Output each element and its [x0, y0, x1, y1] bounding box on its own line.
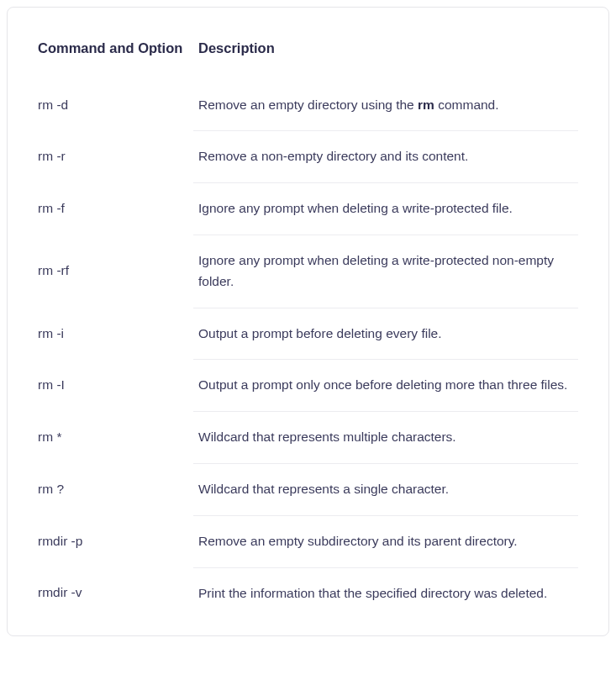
command-cell: rm -f [38, 183, 193, 235]
command-table: Command and Option Description rm -dRemo… [38, 38, 578, 619]
description-cell: Output a prompt before deleting every fi… [193, 308, 578, 360]
table-header-row: Command and Option Description [38, 38, 578, 80]
description-text: Remove an empty subdirectory and its par… [198, 534, 518, 548]
table-row: rm *Wildcard that represents multiple ch… [38, 412, 578, 464]
table-row: rm -fIgnore any prompt when deleting a w… [38, 183, 578, 235]
header-description: Description [193, 38, 578, 80]
command-cell: rm -i [38, 308, 193, 360]
description-cell: Output a prompt only once before deletin… [193, 360, 578, 412]
header-command: Command and Option [38, 38, 193, 80]
command-cell: rm -d [38, 80, 193, 131]
description-text: Wildcard that represents a single charac… [198, 482, 449, 496]
description-text: Remove a non-empty directory and its con… [198, 149, 468, 163]
description-text: Print the information that the specified… [198, 586, 547, 600]
description-text: Output a prompt only once before deletin… [198, 377, 567, 392]
command-cell: rm * [38, 412, 193, 464]
command-cell: rm ? [38, 463, 193, 515]
description-cell: Remove an empty subdirectory and its par… [193, 515, 578, 567]
description-cell: Wildcard that represents a single charac… [193, 463, 578, 515]
description-cell: Print the information that the specified… [193, 567, 578, 619]
description-bold: rm [418, 98, 434, 112]
command-cell: rmdir -v [38, 567, 193, 619]
table-row: rm ?Wildcard that represents a single ch… [38, 463, 578, 515]
command-cell: rm -rf [38, 235, 193, 308]
table-row: rm -iOutput a prompt before deleting eve… [38, 308, 578, 360]
description-cell: Ignore any prompt when deleting a write-… [193, 183, 578, 235]
table-row: rmdir -pRemove an empty subdirectory and… [38, 515, 578, 567]
description-text-post: command. [434, 98, 499, 112]
description-text: Output a prompt before deleting every fi… [198, 326, 442, 340]
description-text: Ignore any prompt when deleting a write-… [198, 201, 513, 215]
description-cell: Ignore any prompt when deleting a write-… [193, 235, 578, 308]
table-row: rm -rfIgnore any prompt when deleting a … [38, 235, 578, 308]
description-text: Wildcard that represents multiple charac… [198, 430, 456, 444]
command-table-card: Command and Option Description rm -dRemo… [7, 7, 609, 636]
table-row: rm -dRemove an empty directory using the… [38, 80, 578, 131]
description-cell: Remove an empty directory using the rm c… [193, 80, 578, 131]
command-cell: rmdir -p [38, 515, 193, 567]
description-text: Ignore any prompt when deleting a write-… [198, 253, 554, 288]
description-cell: Remove a non-empty directory and its con… [193, 131, 578, 183]
table-row: rm -IOutput a prompt only once before de… [38, 360, 578, 412]
description-text: Remove an empty directory using the [198, 98, 418, 112]
command-cell: rm -I [38, 360, 193, 412]
description-cell: Wildcard that represents multiple charac… [193, 412, 578, 464]
table-row: rmdir -vPrint the information that the s… [38, 567, 578, 619]
table-row: rm -rRemove a non-empty directory and it… [38, 131, 578, 183]
command-cell: rm -r [38, 131, 193, 183]
